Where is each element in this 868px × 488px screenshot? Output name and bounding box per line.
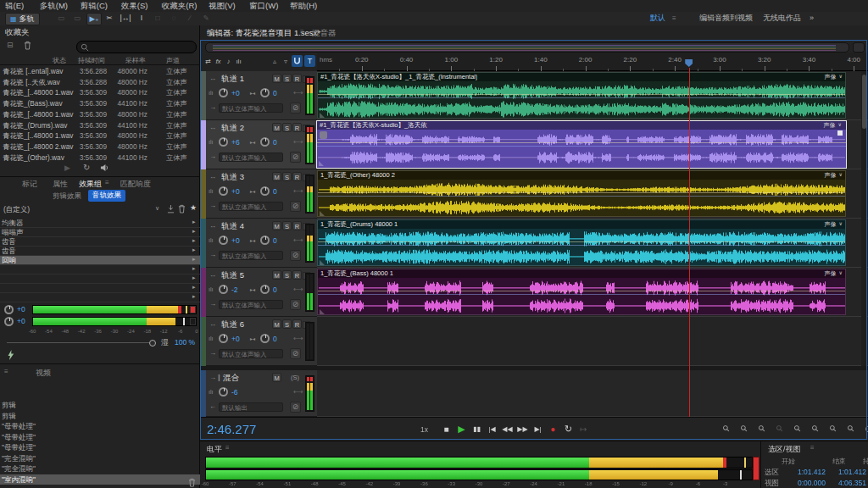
history-item[interactable]: "母带处理": [0, 432, 200, 443]
audio-clip[interactable]: 1_青花瓷_(Drums) 48000 1声像∨: [317, 219, 846, 266]
playhead-line[interactable]: [689, 68, 690, 417]
editor-layout-icon[interactable]: ▭: [54, 13, 68, 24]
track-header[interactable]: ↔轨道 1MSRılı+0▸◂0⟷→默认立体声输入⊘: [200, 71, 317, 120]
effect-slot[interactable]: 齿音▸: [0, 247, 200, 256]
effect-slot-arrow-icon[interactable]: ▸: [192, 247, 196, 253]
effect-slot[interactable]: ▸: [0, 284, 200, 293]
arm-record-button[interactable]: R: [292, 319, 302, 329]
add-marker-icon[interactable]: T: [304, 55, 315, 67]
volume-knob[interactable]: [219, 387, 228, 396]
arm-record-button[interactable]: R: [292, 221, 302, 230]
metering-icon[interactable]: ılı: [234, 56, 243, 67]
mute-button[interactable]: M: [272, 74, 281, 83]
clip-gain-handle[interactable]: [837, 130, 843, 136]
pan-knob[interactable]: [260, 137, 270, 147]
preset-save-icon[interactable]: [167, 205, 175, 214]
delete-file-icon[interactable]: [24, 41, 31, 50]
menu-item-0[interactable]: 辑(E): [2, 0, 27, 12]
rack-gain-knob[interactable]: [4, 305, 14, 314]
track-lane[interactable]: 1_青花瓷_(Drums) 48000 1声像∨: [317, 219, 868, 268]
effect-slot-arrow-icon[interactable]: ▸: [192, 228, 196, 235]
track-lane[interactable]: [317, 317, 868, 366]
snapping-toggle-icon[interactable]: [292, 55, 303, 67]
preset-caret-icon[interactable]: ∨: [155, 205, 159, 212]
track-header[interactable]: ↔轨道 5MSRılı-2▸◂0⟷→默认立体声输入⊘: [200, 268, 317, 317]
playhead-marker[interactable]: [685, 59, 693, 67]
mute-button[interactable]: M: [272, 373, 281, 382]
clip-pan-caret-icon[interactable]: ∨: [839, 220, 843, 226]
tab-properties[interactable]: 属性: [53, 179, 68, 190]
solo-button[interactable]: S: [282, 74, 292, 83]
pan-knob[interactable]: [260, 236, 270, 245]
arm-record-button[interactable]: R: [292, 270, 302, 280]
arm-record-button[interactable]: R: [292, 123, 302, 132]
timer-button[interactable]: ◷: [861, 422, 868, 435]
solo-button[interactable]: S: [282, 270, 292, 280]
solo-button[interactable]: (S): [287, 373, 303, 382]
audio-clip[interactable]: 1_青花瓷_(Bass) 48000 1声像∨: [317, 269, 846, 315]
preview-speaker-button[interactable]: [100, 164, 109, 172]
snap-frames-icon[interactable]: ▵: [270, 56, 280, 67]
tracks-scrollbar-thumb[interactable]: [862, 75, 866, 129]
file-row[interactable]: 青花瓷_[..48000 1.wav3:56.30948000 Hz立体声: [0, 87, 200, 98]
monitor-input-button[interactable]: ⊘: [290, 299, 301, 310]
timeline-ruler[interactable]: hms0:200:401:001:201:402:002:202:403:003…: [317, 53, 868, 71]
editor-panel-menu-icon[interactable]: ≡: [300, 28, 304, 36]
audio-clip[interactable]: 1_青花瓷_(Other) 48000 2声像∨: [317, 170, 846, 217]
menu-item-5[interactable]: 视图(V): [205, 0, 239, 12]
multitrack-view-button[interactable]: ▦ 多轨: [5, 13, 40, 25]
effect-slot[interactable]: 嗡嗡声▸: [0, 228, 200, 237]
menu-item-6[interactable]: 窗口(W): [246, 0, 281, 12]
play-button[interactable]: ▶: [454, 423, 469, 435]
vertical-zoom-widget[interactable]: [853, 42, 865, 53]
history-item[interactable]: "室内混响": [0, 474, 200, 485]
tab-favorites[interactable]: 收藏夹: [5, 27, 30, 38]
effect-slot-arrow-icon[interactable]: ▸: [192, 265, 196, 272]
monitor-input-button[interactable]: ⊘: [290, 402, 301, 413]
monitor-input-button[interactable]: ⊘: [290, 250, 301, 261]
output-select[interactable]: 默认输出: [219, 402, 283, 412]
rack-apply-icon[interactable]: [8, 350, 14, 360]
spot-healing-tool[interactable]: ✎: [199, 13, 213, 24]
volume-knob[interactable]: [219, 236, 228, 245]
volume-knob[interactable]: [219, 285, 228, 294]
track-header[interactable]: ↔轨道 6MSRılı+0▸◂0⟷→默认立体声输入⊘: [200, 317, 317, 366]
effect-slot[interactable]: ▸: [0, 274, 200, 284]
track-routing-icon[interactable]: ♪: [224, 56, 233, 67]
preview-play-button[interactable]: ▶: [64, 164, 70, 172]
tracks-scrollbar[interactable]: [861, 71, 867, 366]
effect-slot[interactable]: 回响▸: [0, 256, 200, 265]
preset-delete-icon[interactable]: [178, 204, 186, 214]
subtab-track-effects[interactable]: 音轨效果: [88, 190, 125, 202]
effect-slot[interactable]: ▸: [0, 265, 200, 274]
input-select[interactable]: 默认立体声输入: [219, 300, 283, 309]
mute-button[interactable]: M: [272, 123, 281, 132]
effect-slot-arrow-icon[interactable]: ▸: [192, 219, 196, 225]
effect-slot-arrow-icon[interactable]: ▸: [192, 237, 196, 244]
volume-knob[interactable]: [219, 137, 228, 147]
history-item[interactable]: "母带处理": [0, 421, 200, 432]
history-item[interactable]: "完全混响": [0, 463, 200, 474]
track-header[interactable]: ↔轨道 3MSRılı+0▸◂0⟷→默认立体声输入⊘: [200, 169, 317, 219]
pan-knob[interactable]: [260, 334, 270, 343]
effect-slot[interactable]: 均衡器▸: [0, 219, 200, 228]
marquee-selection-tool[interactable]: □: [151, 13, 164, 24]
loop-playback-button[interactable]: ↻: [561, 423, 576, 435]
file-row[interactable]: 青花瓷_(Other).wav3:56.30944100 Hz立体声: [0, 152, 200, 164]
input-select[interactable]: 默认立体声输入: [219, 103, 283, 113]
razor-tool[interactable]: ✂: [103, 13, 116, 24]
menu-item-7[interactable]: 帮助(H): [287, 0, 320, 12]
tab-match-loudness[interactable]: 匹配响度: [120, 179, 151, 190]
slip-tool[interactable]: |↔|: [119, 13, 132, 24]
file-row[interactable]: 青花瓷_[..48000 1.wav3:56.30948000 Hz立体声: [0, 109, 200, 120]
preview-loop-button[interactable]: ↻: [83, 163, 90, 172]
zoom-full-button[interactable]: ⚲: [841, 419, 861, 439]
solo-button[interactable]: S: [282, 123, 292, 132]
file-row[interactable]: 青花瓷_[..48000 2.wav3:56.30948000 Hz立体声: [0, 141, 200, 152]
rack-mix-slider[interactable]: [7, 342, 151, 343]
skip-selection-button[interactable]: ↦: [576, 423, 591, 435]
input-select[interactable]: 默认立体声输入: [219, 202, 283, 211]
file-row[interactable]: 青花瓷_[..48000 1.wav3:56.30948000 Hz立体声: [0, 130, 200, 141]
effect-slot-arrow-icon[interactable]: ▸: [192, 293, 196, 300]
effects-rack-menu-icon[interactable]: ≡: [105, 179, 109, 186]
